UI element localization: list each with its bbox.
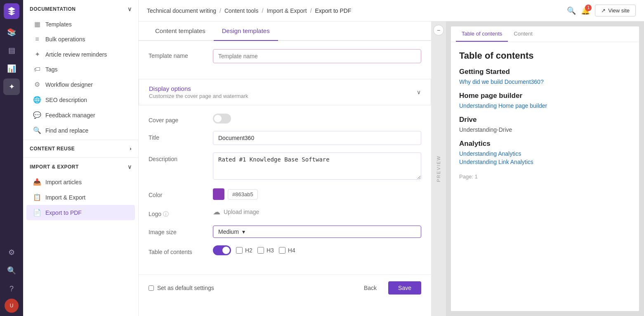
search-nav-icon[interactable]: 🔍 — [3, 262, 20, 279]
preview-link-home-builder[interactable]: Understanding Home page builder — [459, 102, 631, 109]
import-export-icon: 📋 — [33, 193, 41, 201]
template-name-control — [213, 49, 421, 63]
image-size-control: Medium ▾ — [213, 226, 421, 238]
documentation-chevron-icon: ∨ — [127, 6, 132, 12]
breadcrumb: Technical document writing / Content too… — [147, 7, 564, 14]
sidebar-item-article-review[interactable]: ✦ Article review reminders — [26, 47, 135, 62]
template-name-input[interactable] — [213, 49, 421, 63]
preview-tab-content[interactable]: Content — [508, 26, 538, 42]
sidebar-item-import-articles-label: Import articles — [45, 179, 82, 185]
feedback-icon: 💬 — [33, 111, 41, 119]
toc-toggle[interactable] — [213, 245, 231, 255]
analytics-nav-icon[interactable]: 📊 — [3, 60, 20, 77]
preview-heading-home-page: Home page builder — [459, 92, 631, 100]
color-swatch[interactable] — [213, 188, 224, 200]
back-button[interactable]: Back — [357, 281, 383, 295]
view-site-icon: ↗ — [601, 7, 606, 14]
preview-tab-toc[interactable]: Table of contents — [456, 26, 508, 42]
preview-page-number: Page: 1 — [459, 173, 631, 180]
sidebar-item-find-replace[interactable]: 🔍 Find and replace — [26, 123, 135, 138]
content-reuse-section-header[interactable]: CONTENT REUSE › — [23, 140, 138, 158]
sidebar-item-bulk-operations[interactable]: ≡ Bulk operations — [26, 32, 135, 47]
color-control: #863ab5 — [213, 188, 421, 200]
h2-checkbox-wrap: H2 — [236, 247, 252, 254]
help-nav-icon[interactable]: ? — [3, 280, 20, 297]
preview-body: Table of contents Getting Started Why di… — [451, 42, 639, 311]
cover-page-label: Cover page — [149, 114, 206, 124]
logo-info-icon[interactable]: ⓘ — [163, 211, 169, 217]
preview-link-drive[interactable]: Understanding-Drive — [459, 126, 631, 133]
preview-tab-toc-label: Table of contents — [462, 31, 502, 37]
save-button[interactable]: Save — [388, 281, 421, 295]
tab-content-templates[interactable]: Content templates — [147, 21, 214, 40]
app-logo[interactable] — [4, 3, 19, 19]
sidebar-item-tags[interactable]: 🏷 Tags — [26, 62, 135, 77]
preview-heading-drive: Drive — [459, 116, 631, 124]
document-nav-icon[interactable]: ▤ — [3, 42, 20, 59]
template-name-label: Template name — [149, 49, 206, 59]
template-tabs: Content templates Design templates — [139, 21, 431, 41]
breadcrumb-import-export[interactable]: Import & Export — [267, 7, 307, 14]
library-nav-icon[interactable]: 📚 — [3, 24, 20, 40]
tools-nav-icon[interactable]: ✦ — [3, 78, 20, 95]
h2-checkbox[interactable] — [236, 247, 243, 254]
display-options-header[interactable]: Display options Customize the cover page… — [139, 79, 431, 105]
form-content: Template name — [139, 41, 431, 79]
preview-content: Table of contents Content Table of conte… — [451, 26, 639, 311]
breadcrumb-root[interactable]: Technical document writing — [147, 7, 216, 14]
view-site-button[interactable]: ↗ View site — [595, 5, 636, 17]
display-options-title: Display options — [149, 85, 248, 92]
preview-link-analytics[interactable]: Understanding Analytics — [459, 150, 631, 157]
sidebar-item-workflow-designer[interactable]: ⚙ Workflow designer — [26, 77, 135, 92]
default-settings-checkbox[interactable] — [149, 285, 154, 291]
sidebar-item-seo[interactable]: 🌐 SEO description — [26, 92, 135, 107]
cover-page-toggle[interactable] — [213, 114, 231, 124]
preview-link-link-analytics[interactable]: Understanding Link Analytics — [459, 159, 631, 165]
color-label: Color — [149, 188, 206, 198]
color-picker-wrap: #863ab5 — [213, 188, 421, 200]
upload-logo-button[interactable]: ☁ Upload image — [213, 207, 421, 216]
sidebar: DOCUMENTATION ∨ ▦ Templates ≡ Bulk opera… — [23, 0, 139, 316]
documentation-section-header[interactable]: DOCUMENTATION ∨ — [23, 0, 138, 17]
h3-checkbox[interactable] — [257, 247, 264, 254]
footer-actions: Back Save — [357, 281, 421, 295]
color-value[interactable]: #863ab5 — [228, 189, 258, 200]
breadcrumb-tools[interactable]: Content tools — [224, 7, 259, 14]
preview-tabs: Table of contents Content — [451, 26, 639, 42]
sidebar-item-templates[interactable]: ▦ Templates — [26, 17, 135, 32]
toc-row: Table of contents H2 H3 — [149, 245, 421, 255]
import-export-section-header[interactable]: IMPORT & EXPORT ∨ — [23, 158, 138, 174]
find-replace-icon: 🔍 — [33, 126, 41, 134]
description-input[interactable] — [213, 152, 421, 180]
sidebar-item-feedback-label: Feedback manager — [45, 112, 95, 119]
toc-control: H2 H3 H4 — [213, 245, 421, 255]
sidebar-item-findreplace-label: Find and replace — [45, 127, 88, 134]
default-settings-label[interactable]: Set as default settings — [149, 285, 214, 291]
sidebar-item-export-to-pdf[interactable]: 📄 Export to PDF — [26, 205, 135, 220]
title-row: Title — [149, 131, 421, 145]
search-button[interactable]: 🔍 — [567, 6, 576, 15]
notification-button[interactable]: 🔔 1 — [581, 6, 590, 15]
tab-design-templates[interactable]: Design templates — [214, 21, 278, 40]
display-options-form: Cover page Title Description — [139, 105, 431, 271]
sidebar-item-import-export-label: Import & Export — [45, 194, 85, 201]
default-settings-text: Set as default settings — [157, 285, 214, 291]
image-size-select[interactable]: Medium ▾ — [213, 226, 421, 238]
zoom-out-button[interactable]: − — [433, 25, 444, 36]
preview-link-why-build[interactable]: Why did we build Document360? — [459, 78, 631, 85]
workflow-icon: ⚙ — [33, 81, 41, 88]
image-size-row: Image size Medium ▾ — [149, 226, 421, 238]
color-row: Color #863ab5 — [149, 188, 421, 200]
content-reuse-chevron-icon: › — [130, 146, 132, 152]
sidebar-item-import-articles[interactable]: 📥 Import articles — [26, 174, 135, 190]
import-export-chevron-icon: ∨ — [127, 164, 132, 170]
title-input[interactable] — [213, 131, 421, 145]
sidebar-item-import-export[interactable]: 📋 Import & Export — [26, 190, 135, 205]
topbar: Technical document writing / Content too… — [139, 0, 644, 21]
settings-nav-icon[interactable]: ⚙ — [3, 244, 20, 261]
h4-checkbox[interactable] — [279, 247, 285, 254]
logo-label: Logo ⓘ — [149, 207, 206, 218]
image-size-value: Medium — [218, 228, 239, 235]
sidebar-item-feedback-manager[interactable]: 💬 Feedback manager — [26, 107, 135, 123]
user-avatar[interactable]: U — [5, 299, 19, 313]
